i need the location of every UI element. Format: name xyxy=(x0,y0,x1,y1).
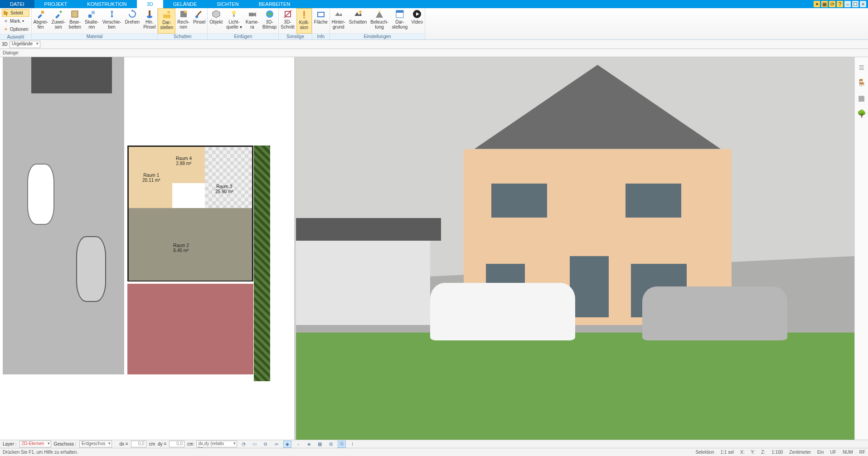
door-3d xyxy=(570,256,609,317)
app-icon-2[interactable]: ▦ xyxy=(821,1,828,7)
svg-rect-3 xyxy=(92,11,95,14)
tool-chain-icon[interactable]: ⫘ xyxy=(272,441,281,448)
bearbeiten-button[interactable]: Bear-beiten xyxy=(67,8,83,34)
zuweisen-button[interactable]: Zuwei-sen xyxy=(50,8,67,34)
darstellen-label: Dar- xyxy=(162,20,171,25)
schnitt-label2: Schnitt xyxy=(281,24,295,29)
status-rf: RF xyxy=(859,450,865,455)
tool-screen-icon[interactable]: ▭ xyxy=(251,441,259,448)
tab-projekt[interactable]: PROJEKT xyxy=(34,0,78,8)
room-3 xyxy=(205,147,252,208)
darstellung-button[interactable]: Dar-stellung xyxy=(390,8,409,34)
maximize-button[interactable]: ☐ xyxy=(852,1,858,7)
furniture-icon[interactable]: 🪑 xyxy=(857,78,866,87)
dy-input[interactable]: 0,0 xyxy=(169,441,184,447)
tool-snap2-icon[interactable]: ⬨ xyxy=(294,441,302,448)
drehen-button[interactable]: Drehen xyxy=(123,8,141,34)
ribbon: Selekt ✧ Mark. ▾ + Optionen Auswahl Abgr… xyxy=(0,8,868,40)
close-button[interactable]: × xyxy=(860,1,866,7)
tool-snap3-icon[interactable]: ◈ xyxy=(305,441,313,448)
flaeche-button[interactable]: Fläche xyxy=(312,8,330,34)
window-buttons: ✦ ▦ ⟳ ? – ☐ × xyxy=(814,0,868,8)
tool-grid-icon[interactable]: ▦ xyxy=(316,441,324,448)
dx-input[interactable]: 0,0 xyxy=(131,441,146,447)
view-layer-combo[interactable]: Urgelände xyxy=(10,41,40,48)
beleuchtung-button[interactable]: Beleuch-tung xyxy=(369,8,390,34)
video-button[interactable]: Video xyxy=(409,8,425,34)
dy-unit: cm xyxy=(187,441,193,446)
skalieren-button[interactable]: Skalie-ren xyxy=(83,8,101,34)
hintergrund-button[interactable]: Hinter-grund xyxy=(330,8,347,34)
svg-rect-4 xyxy=(149,10,150,16)
svg-rect-6 xyxy=(163,15,170,18)
schatten2-icon xyxy=(353,9,363,19)
pinsel-icon xyxy=(194,9,204,19)
svg-rect-2 xyxy=(88,15,92,18)
status-selektion: Selektion xyxy=(695,450,714,455)
svg-point-20 xyxy=(359,10,362,13)
palette-icon[interactable]: ▦ xyxy=(857,93,866,102)
bitmap-icon xyxy=(265,9,275,19)
lichtquelle-button[interactable]: Licht-quelle ▾ xyxy=(224,8,243,34)
svg-point-18 xyxy=(303,17,305,19)
layer-combo[interactable]: 2D-Elemen xyxy=(19,441,51,447)
selekt-button[interactable]: Selekt xyxy=(2,9,29,17)
tab-gelaende[interactable]: GELÄNDE xyxy=(163,0,207,8)
minimize-button[interactable]: – xyxy=(844,1,851,7)
kollision-label: Kolli- xyxy=(299,20,309,25)
tab-datei[interactable]: DATEI xyxy=(0,0,34,8)
hinpunten-button[interactable]: Hin.Pinsel xyxy=(141,8,157,34)
3d-view[interactable] xyxy=(296,57,854,440)
tab-sichten[interactable]: SICHTEN xyxy=(207,0,248,8)
kollision-button[interactable]: Kolli-sion xyxy=(296,8,312,34)
floorplan-view[interactable]: Raum 1 20.11 m² Raum 4 2.88 m² Raum 3 25… xyxy=(0,57,296,440)
tool-grid2-icon[interactable]: ⊞ xyxy=(327,441,335,448)
svg-rect-19 xyxy=(318,12,324,17)
dx-unit: cm xyxy=(149,441,155,446)
pinsel-label: Pinsel xyxy=(193,19,205,24)
group-label-einfuegen: Einfügen xyxy=(208,34,278,39)
tree-icon[interactable]: 🌳 xyxy=(857,109,866,118)
rechnen-button[interactable]: Rech-nen xyxy=(175,8,191,34)
car-grey xyxy=(76,236,106,302)
mark-button[interactable]: ✧ Mark. ▾ xyxy=(2,17,29,25)
status-num: NUM xyxy=(843,450,853,455)
app-icon-1[interactable]: ✦ xyxy=(814,1,820,7)
tool-info-icon[interactable]: i xyxy=(349,441,357,448)
help-icon[interactable]: ? xyxy=(837,1,843,7)
tool-clock-icon[interactable]: ◔ xyxy=(240,441,248,448)
svg-rect-13 xyxy=(249,13,254,16)
app-icon-3[interactable]: ⟳ xyxy=(829,1,835,7)
tab-3d[interactable]: 3D xyxy=(137,0,163,8)
darstellen-button[interactable]: Dar-stellen xyxy=(158,8,175,34)
tool-n-icon[interactable]: Ⓝ xyxy=(338,441,346,448)
objekt-button[interactable]: Objekt xyxy=(208,8,224,34)
relative-combo[interactable]: dx,dy (relativ ka xyxy=(196,441,237,447)
rechnen-label2: nen xyxy=(179,24,187,29)
verschieben-icon xyxy=(107,9,117,19)
tab-konstruktion[interactable]: KONSTRUKTION xyxy=(77,0,136,8)
bitmap-button[interactable]: 3D-Bitmap xyxy=(261,8,278,34)
darstellen-icon xyxy=(162,10,172,19)
car-white xyxy=(27,164,54,225)
schatten2-button[interactable]: Schatten xyxy=(347,8,369,34)
dialogs-bar: Dialoge: xyxy=(0,49,868,57)
objekt-label: Objekt xyxy=(209,19,223,24)
abgreifen-button[interactable]: Abgrei-fen xyxy=(32,8,50,34)
tool-snap-icon[interactable]: ◆ xyxy=(283,441,291,448)
pinsel-button[interactable]: Pinsel xyxy=(191,8,207,34)
schnitt-button[interactable]: 3D-Schnitt xyxy=(279,8,296,34)
kamera-button[interactable]: Kame-ra xyxy=(244,8,261,34)
hintergrund-label: Hinter- xyxy=(332,19,345,24)
workspace: Raum 1 20.11 m² Raum 4 2.88 m² Raum 3 25… xyxy=(0,57,868,440)
verschieben-button[interactable]: Verschie-ben xyxy=(101,8,123,34)
skalieren-label: Skalie- xyxy=(85,19,99,24)
tab-bearbeiten[interactable]: BEARBEITEN xyxy=(249,0,301,8)
geschoss-combo[interactable]: Erdgeschos xyxy=(79,441,112,447)
plus-icon: + xyxy=(3,27,9,32)
zuweisen-icon xyxy=(53,9,63,19)
layers-icon[interactable]: ≣ xyxy=(857,63,866,72)
hinpunten-icon xyxy=(145,9,155,19)
optionen-button[interactable]: + Optionen xyxy=(2,25,29,33)
tool-link-icon[interactable]: ⧉ xyxy=(262,441,270,448)
